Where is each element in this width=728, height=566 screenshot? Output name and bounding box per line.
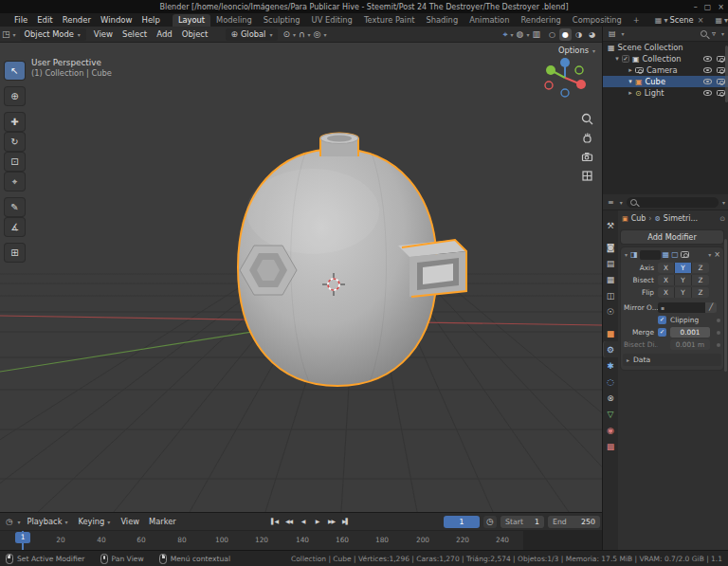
clipping-decorator[interactable] — [717, 319, 720, 322]
viewport-3d[interactable]: User Perspective (1) Collection | Cube O… — [0, 43, 602, 512]
tool-transform[interactable]: ⌖ — [5, 173, 25, 191]
menu-edit[interactable]: Edit — [32, 15, 57, 25]
cube-expand-icon[interactable]: ▾ — [626, 78, 635, 85]
minimize-button[interactable]: – — [694, 3, 698, 11]
workspace-tab-shading[interactable]: Shading — [420, 14, 464, 27]
frame-start-field[interactable]: Start 1 — [500, 516, 544, 528]
light-hide-eye-icon[interactable] — [703, 90, 712, 96]
tab-constraints-icon[interactable]: ⊗ — [603, 390, 618, 406]
properties-editor-caret-icon[interactable]: ▾ — [619, 199, 624, 206]
menu-add[interactable]: Add — [152, 29, 176, 39]
collection-checkbox[interactable]: ✓ — [622, 55, 629, 63]
merge-checkbox[interactable]: ✓ — [658, 328, 666, 337]
outliner-row-cube[interactable]: ▾ ▣ Cube — [603, 76, 728, 87]
tab-modifiers-icon[interactable]: ⚙ — [603, 341, 618, 357]
bisect-y-button[interactable]: Y — [675, 275, 692, 285]
gizmo-x-axis[interactable] — [576, 80, 586, 89]
next-keyframe-button[interactable]: ▶▶ — [325, 515, 337, 527]
axis-x-button[interactable]: X — [658, 263, 675, 273]
collection-hide-eye-icon[interactable] — [703, 56, 712, 62]
editor-type-caret-icon[interactable]: ▾ — [12, 31, 17, 38]
workspace-tab-modeling[interactable]: Modeling — [210, 14, 258, 27]
cube-hide-eye-icon[interactable] — [703, 79, 712, 84]
workspace-tab-texture-paint[interactable]: Texture Paint — [358, 14, 421, 27]
bisect-distance-field[interactable]: 0.001 m — [670, 339, 710, 350]
play-button[interactable]: ▶ — [311, 515, 323, 527]
scene-collection-label[interactable]: Scene Collection — [618, 43, 683, 52]
outliner-editor-caret-icon[interactable]: ▾ — [621, 30, 626, 37]
tool-rotate[interactable]: ↻ — [5, 133, 25, 151]
timeline-ruler[interactable]: 20 40 60 80 100 120 140 160 180 200 220 … — [0, 530, 602, 551]
editor-type-icon[interactable]: ◳ — [0, 29, 12, 39]
menu-help[interactable]: Help — [136, 15, 164, 25]
light-expand-icon[interactable]: ▸ — [626, 89, 635, 97]
play-reverse-button[interactable]: ◀ — [297, 515, 309, 527]
pivot-point-icon[interactable]: ⊙ — [281, 29, 292, 39]
tool-add-cube[interactable]: ⊞ — [5, 244, 25, 262]
menu-keying[interactable]: Keying ▾ — [74, 517, 115, 526]
properties-editor-icon[interactable]: ≡ — [606, 198, 616, 207]
workspace-tab-rendering[interactable]: Rendering — [515, 14, 566, 27]
model-destroyer-head[interactable] — [238, 134, 466, 387]
gizmo-x-neg[interactable] — [545, 82, 553, 89]
menu-view[interactable]: View — [89, 29, 118, 39]
tab-viewlayer-icon[interactable]: ▦ — [603, 271, 618, 287]
workspace-tab-compositing[interactable]: Compositing — [567, 14, 628, 27]
menu-object[interactable]: Object — [177, 29, 213, 39]
scene-browse-caret-icon[interactable]: ▾ — [664, 16, 667, 25]
menu-file[interactable]: File — [9, 15, 32, 25]
viewport-canvas[interactable] — [0, 43, 602, 512]
workspace-tab-uv-editing[interactable]: UV Editing — [306, 14, 358, 27]
close-button[interactable]: × — [718, 3, 724, 11]
data-subpanel-header[interactable]: ▸ Data — [623, 354, 721, 366]
modifier-extras-icon[interactable]: ▾ — [707, 251, 712, 258]
tab-world-icon[interactable]: ☉ — [603, 303, 618, 320]
tab-physics-icon[interactable]: ◌ — [603, 374, 618, 390]
tab-scene-icon[interactable]: ◫ — [603, 287, 618, 303]
menu-marker[interactable]: Marker — [145, 517, 180, 526]
outliner-row-light[interactable]: ▸ ⊙ Light — [603, 87, 728, 99]
tool-move[interactable]: ✚ — [5, 113, 25, 131]
gizmo-y-axis[interactable] — [546, 65, 555, 75]
modifier-realtime-toggle[interactable]: ▢ — [671, 250, 679, 259]
viewlayer-browse-caret-icon[interactable]: ▾ — [724, 16, 728, 25]
properties-scrollbar[interactable] — [724, 239, 727, 372]
shading-material-icon[interactable]: ◑ — [573, 28, 585, 41]
breadcrumb-modifier-label[interactable]: Simetri... — [664, 214, 698, 223]
camera-expand-icon[interactable]: ▸ — [626, 66, 635, 74]
ortho-grid-icon[interactable] — [581, 170, 593, 182]
show-gizmo-icon[interactable]: ⌖ — [501, 29, 510, 40]
axis-y-button[interactable]: Y — [675, 263, 692, 273]
shading-wireframe-icon[interactable]: ○ — [546, 28, 558, 41]
transform-orientation-dropdown[interactable]: ⊕ Global ▾ — [226, 28, 278, 41]
collection-expand-icon[interactable]: ▾ — [612, 55, 622, 63]
flip-y-button[interactable]: Y — [675, 287, 692, 298]
tab-texture-icon[interactable]: ▩ — [603, 438, 618, 454]
menu-render[interactable]: Render — [58, 15, 96, 25]
gizmo-y-neg[interactable] — [575, 66, 583, 74]
maximize-button[interactable]: ▢ — [704, 3, 712, 11]
clipping-checkbox[interactable]: ✓ — [658, 316, 666, 324]
cube-render-camera-icon[interactable] — [717, 79, 725, 85]
properties-filter-caret-icon[interactable]: ▾ — [721, 199, 726, 206]
pan-hand-icon[interactable] — [581, 132, 593, 144]
outliner-row-collection[interactable]: ▾ ✓ ▣ Collection — [603, 53, 728, 64]
navigation-gizmo[interactable] — [539, 52, 591, 103]
scene-selector[interactable]: ▦ ▾ Scene × — [655, 15, 706, 25]
tab-render-icon[interactable]: ◙ — [603, 239, 618, 255]
tool-measure[interactable]: ∡ — [5, 218, 25, 236]
timeline-editor-caret-icon[interactable]: ▾ — [16, 519, 21, 525]
show-overlays-icon[interactable]: ◍ — [515, 29, 526, 39]
outliner-row-camera[interactable]: ▸ Camera — [603, 64, 728, 76]
tab-object-icon[interactable]: ■ — [603, 325, 618, 341]
tab-output-icon[interactable]: ▤ — [603, 255, 618, 271]
modifier-name-field[interactable] — [640, 250, 661, 260]
jump-to-start-button[interactable]: ▌◀ — [268, 515, 281, 527]
gizmo-z-neg[interactable] — [561, 89, 569, 97]
flip-x-button[interactable]: X — [658, 287, 675, 298]
tab-tool-icon[interactable]: ⚒ — [603, 217, 618, 233]
modifier-delete-icon[interactable]: × — [714, 250, 720, 259]
collection-label[interactable]: Collection — [643, 54, 682, 64]
light-render-camera-icon[interactable] — [717, 90, 725, 97]
camera-hide-eye-icon[interactable] — [703, 67, 712, 73]
